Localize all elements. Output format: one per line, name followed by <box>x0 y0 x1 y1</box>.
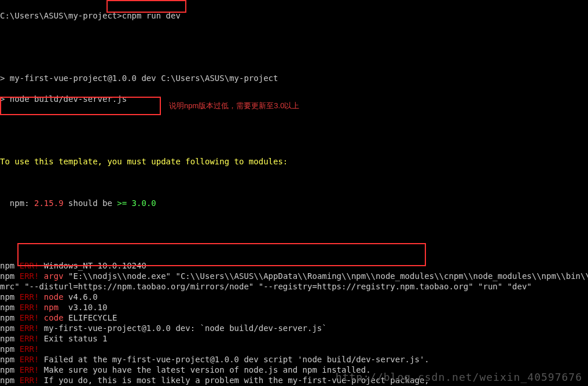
npm-prefix: npm <box>0 355 20 364</box>
err-bang: ERR! <box>20 323 39 333</box>
err-bang: ERR! <box>20 334 39 343</box>
terminal[interactable]: C:\Users\ASUS\my-project>cnpm run dev > … <box>0 0 588 386</box>
npm-prefix: npm <box>0 271 20 281</box>
error-label: argv <box>39 271 63 281</box>
npm-prefix: npm <box>0 376 20 385</box>
npm-should: should be <box>64 198 117 208</box>
err-bang: ERR! <box>20 292 39 302</box>
npm-prefix: npm <box>0 313 20 322</box>
error-text: v3.10.10 <box>64 303 108 312</box>
error-text: my-first-vue-project@1.0.0 dev: `node bu… <box>39 323 326 333</box>
npm-prefix: npm <box>0 303 20 312</box>
npm-prefix: npm <box>0 323 20 333</box>
error-text: ELIFECYCLE <box>64 313 117 322</box>
watermark: http://blog.csdn.net/weixin_40597676 <box>336 372 582 383</box>
error-label: node <box>39 292 63 302</box>
error-text: Exit status 1 <box>39 334 107 343</box>
err-bang: ERR! <box>20 303 39 312</box>
npm-prefix: npm <box>0 334 20 343</box>
error-text: "--disturl=https://npm.taobao.org/mirror… <box>20 282 532 291</box>
err-bang: ERR! <box>20 344 39 354</box>
npm-target: >= 3.0.0 <box>117 198 156 208</box>
err-bang: ERR! <box>20 355 39 364</box>
error-text: v4.6.0 <box>64 292 98 302</box>
npm-prefix: npm <box>0 292 20 302</box>
npm-prefix: npm <box>0 344 20 354</box>
npm-label: npm: <box>0 198 34 208</box>
error-text: Windows_NT 10.0.10240 <box>39 261 146 270</box>
npm-version: 2.15.9 <box>34 198 64 208</box>
error-block: npm ERR! Windows_NT 10.0.10240npm ERR! a… <box>0 260 588 386</box>
command: cnpm run dev <box>122 11 181 20</box>
npm-prefix: npm <box>0 261 20 270</box>
error-label: npm <box>39 303 63 312</box>
annotation-text: 说明npm版本过低，需要更新至3.0以上 <box>169 101 299 111</box>
error-text: Failed at the my-first-vue-project@1.0.0… <box>39 355 429 364</box>
error-label: code <box>39 313 63 322</box>
err-bang: ERR! <box>20 261 39 270</box>
err-bang: ERR! <box>20 271 39 281</box>
prompt-path: C:\Users\ASUS\my-project> <box>0 11 122 20</box>
err-bang: ERR! <box>20 365 39 374</box>
err-bang: ERR! <box>20 376 39 385</box>
template-notice: To use this template, you must update fo… <box>0 156 588 167</box>
error-prefix: mrc" <box>0 282 20 291</box>
npm-prefix: npm <box>0 365 20 374</box>
error-text: Make sure you have the latest version of… <box>39 365 370 374</box>
error-text: "E:\\nodjs\\node.exe" "C:\\Users\\ASUS\\… <box>64 271 588 281</box>
script-header-1: > my-first-vue-project@1.0.0 dev C:\User… <box>0 73 588 83</box>
err-bang: ERR! <box>20 313 39 322</box>
